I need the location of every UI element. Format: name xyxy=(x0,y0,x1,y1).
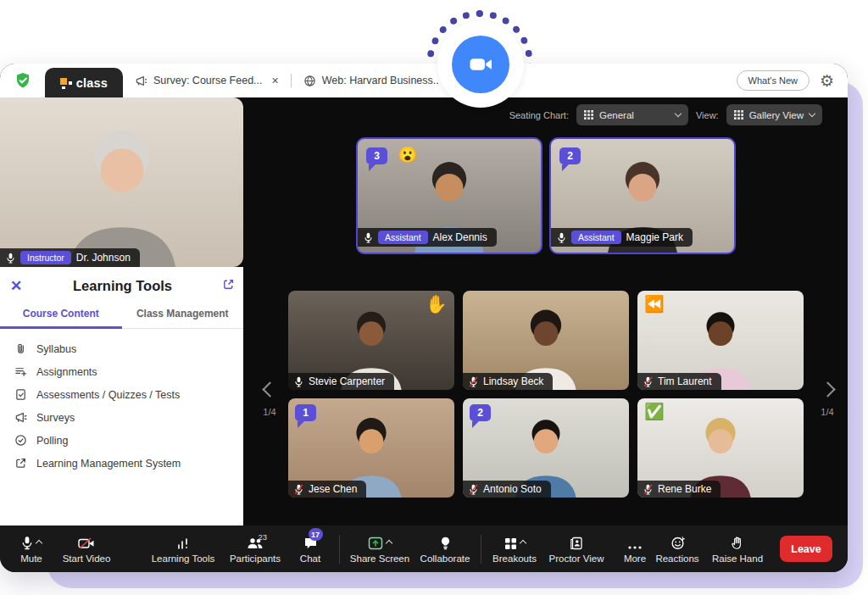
mic-on-icon xyxy=(6,253,15,264)
tab-course-content[interactable]: Course Content xyxy=(0,302,122,329)
collaborate-button[interactable]: Collaborate xyxy=(416,534,474,564)
chevron-right-icon xyxy=(820,381,835,397)
more-dots-icon xyxy=(627,545,643,550)
view-dropdown[interactable]: Gallery View xyxy=(726,104,822,125)
chat-button[interactable]: 17 Chat xyxy=(292,534,329,564)
chevron-down-icon xyxy=(675,110,682,117)
paperclip-icon xyxy=(14,342,27,355)
proctor-view-button[interactable]: Proctor View xyxy=(544,534,609,564)
panel-item-polling[interactable]: Polling xyxy=(0,429,243,452)
leave-button[interactable]: Leave xyxy=(780,536,832,562)
video-tile-stevie-carpenter[interactable]: ✋ Stevie Carpenter xyxy=(288,291,454,390)
share-screen-icon xyxy=(368,537,383,550)
reaction-emoji: 😮 xyxy=(398,147,418,163)
video-tile-instructor[interactable]: Instructor Dr. Johnson xyxy=(0,97,243,267)
video-tile-jese-chen[interactable]: 1 Jese Chen xyxy=(288,398,454,498)
mute-button[interactable]: Mute xyxy=(12,534,51,564)
close-tab-icon[interactable]: × xyxy=(272,75,279,86)
gallery-prev-button[interactable]: 1/4 xyxy=(255,384,284,417)
video-tile-maggie-park[interactable]: 2 Assistant Maggie Park xyxy=(549,137,736,254)
doc-check-icon xyxy=(14,388,27,401)
nameplate: Antonio Soto xyxy=(463,481,551,498)
panel-item-assessments[interactable]: Assessments / Quizzes / Tests xyxy=(0,383,243,406)
button-label: Reactions xyxy=(655,553,698,564)
panel-item-lms[interactable]: Learning Management System xyxy=(0,452,243,475)
panel-item-assignments[interactable]: Assignments xyxy=(0,360,243,383)
nameplate: Instructor Dr. Johnson xyxy=(0,248,140,267)
seating-chart-label: Seating Chart: xyxy=(509,110,569,120)
chevron-up-icon[interactable] xyxy=(386,540,392,547)
nameplate: Tim Laurent xyxy=(637,373,721,390)
participant-name: Alex Dennis xyxy=(433,231,487,243)
close-panel-icon[interactable]: ✕ xyxy=(10,277,36,295)
panel-tabs: Course Content Class Management xyxy=(0,302,243,329)
nameplate: Stevie Carpenter xyxy=(288,373,394,390)
tab-class-home[interactable]: class xyxy=(45,68,123,97)
grid-icon xyxy=(584,110,593,120)
role-badge: Assistant xyxy=(571,231,621,244)
raise-hand-icon xyxy=(731,536,744,550)
mic-muted-icon xyxy=(294,484,303,495)
whats-new-button[interactable]: What's New xyxy=(737,70,810,91)
panel-title: Learning Tools xyxy=(36,278,209,294)
video-tile-lindsay-beck[interactable]: Lindsay Beck xyxy=(463,291,629,390)
popout-icon[interactable] xyxy=(209,278,235,294)
chevron-left-icon xyxy=(262,381,277,397)
security-shield-icon xyxy=(14,72,31,89)
participant-name: Dr. Johnson xyxy=(76,252,131,264)
more-button[interactable]: More xyxy=(617,534,653,564)
button-label: Proctor View xyxy=(549,553,604,564)
panel-item-syllabus[interactable]: Syllabus xyxy=(0,337,243,360)
bottom-toolbar: Mute Start Video Learn xyxy=(0,525,848,572)
participants-button[interactable]: 23 Participants xyxy=(225,534,285,564)
seating-chart-dropdown[interactable]: General xyxy=(576,104,688,125)
featured-video-row: 3 😮 Assistant Alex Dennis xyxy=(356,137,736,254)
learning-tools-button[interactable]: Learning Tools xyxy=(147,534,219,564)
video-tile-alex-dennis[interactable]: 3 😮 Assistant Alex Dennis xyxy=(356,137,542,254)
video-tile-tim-laurent[interactable]: ⏪ Tim Laurent xyxy=(637,291,804,390)
chevron-up-icon[interactable] xyxy=(519,540,526,547)
item-label: Assignments xyxy=(36,366,97,378)
role-badge: Assistant xyxy=(378,231,428,244)
globe-icon xyxy=(303,75,316,87)
participants-count: 23 xyxy=(258,532,267,542)
start-video-button[interactable]: Start Video xyxy=(59,534,114,564)
meeting-window: class Survey: Course Feed... × Web: Harv… xyxy=(0,64,848,572)
gallery-next-button[interactable]: 1/4 xyxy=(813,384,842,417)
external-link-icon xyxy=(14,457,27,470)
chevron-up-icon[interactable] xyxy=(36,540,42,547)
page-indicator: 1/4 xyxy=(821,407,833,417)
participant-name: Maggie Park xyxy=(626,231,683,243)
raise-hand-button[interactable]: Raise Hand xyxy=(710,534,765,564)
video-tile-rene-burke[interactable]: ✅ Rene Burke xyxy=(637,398,804,498)
seating-chart-value: General xyxy=(599,110,634,120)
panel-header: ✕ Learning Tools xyxy=(0,267,243,300)
mic-icon xyxy=(21,536,33,550)
gallery-grid: ✋ Stevie Carpenter xyxy=(288,291,804,498)
panel-item-surveys[interactable]: Surveys xyxy=(0,406,243,429)
mic-muted-icon xyxy=(643,376,653,387)
button-label: More xyxy=(624,553,646,564)
queue-badge: 1 xyxy=(295,404,316,421)
participant-name: Rene Burke xyxy=(658,483,711,495)
settings-gear-icon[interactable]: ⚙ xyxy=(820,73,834,89)
lightbulb-icon xyxy=(440,536,451,550)
mic-muted-icon xyxy=(643,484,653,495)
nameplate: Assistant Alex Dennis xyxy=(358,228,497,247)
role-badge: Instructor xyxy=(20,251,71,264)
course-content-list: Syllabus Assignments Assessments / Quizz… xyxy=(0,337,243,475)
breakouts-button[interactable]: Breakouts xyxy=(488,534,541,564)
button-label: Breakouts xyxy=(492,553,537,564)
top-tab-bar: class Survey: Course Feed... × Web: Harv… xyxy=(0,64,848,97)
nameplate: Assistant Maggie Park xyxy=(551,228,693,247)
chart-alert-icon xyxy=(176,537,190,550)
share-screen-button[interactable]: Share Screen xyxy=(347,534,413,564)
tab-survey[interactable]: Survey: Course Feed... × xyxy=(123,64,291,97)
participant-photo xyxy=(42,113,202,267)
tab-class-management[interactable]: Class Management xyxy=(122,302,244,329)
chevron-down-icon xyxy=(809,110,815,117)
reactions-button[interactable]: Reactions xyxy=(653,534,702,564)
view-controls: Seating Chart: General View: xyxy=(509,104,822,125)
video-tile-antonio-soto[interactable]: 2 Antonio Soto xyxy=(463,398,629,498)
grid-icon xyxy=(734,110,743,120)
